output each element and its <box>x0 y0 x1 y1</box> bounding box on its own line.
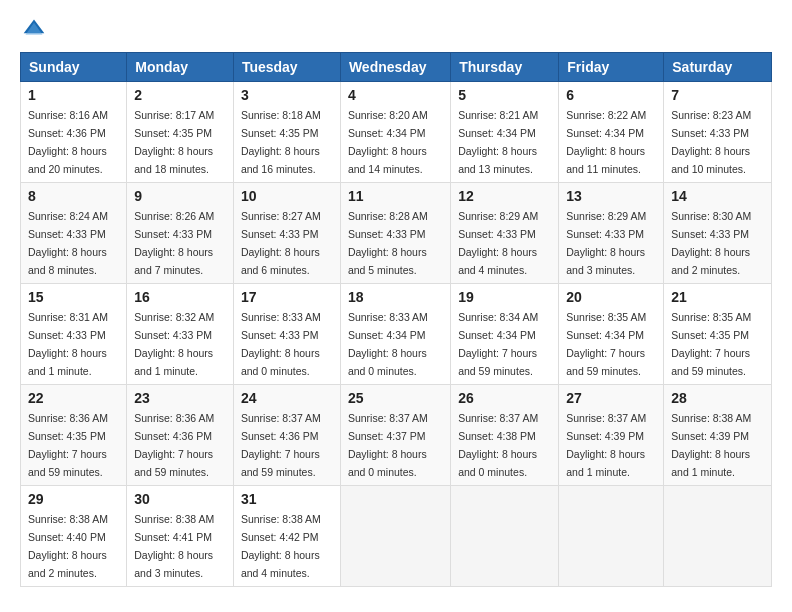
calendar-week-row: 22 Sunrise: 8:36 AMSunset: 4:35 PMDaylig… <box>21 385 772 486</box>
day-info: Sunrise: 8:26 AMSunset: 4:33 PMDaylight:… <box>134 210 214 276</box>
calendar-day-cell: 8 Sunrise: 8:24 AMSunset: 4:33 PMDayligh… <box>21 183 127 284</box>
calendar-day-header: Tuesday <box>233 53 340 82</box>
day-info: Sunrise: 8:36 AMSunset: 4:36 PMDaylight:… <box>134 412 214 478</box>
day-number: 4 <box>348 87 443 103</box>
calendar-week-row: 15 Sunrise: 8:31 AMSunset: 4:33 PMDaylig… <box>21 284 772 385</box>
calendar-day-header: Friday <box>559 53 664 82</box>
calendar-day-cell <box>559 486 664 587</box>
day-info: Sunrise: 8:35 AMSunset: 4:35 PMDaylight:… <box>671 311 751 377</box>
day-number: 18 <box>348 289 443 305</box>
day-number: 1 <box>28 87 119 103</box>
calendar-day-cell: 20 Sunrise: 8:35 AMSunset: 4:34 PMDaylig… <box>559 284 664 385</box>
day-info: Sunrise: 8:30 AMSunset: 4:33 PMDaylight:… <box>671 210 751 276</box>
calendar-day-header: Wednesday <box>340 53 450 82</box>
day-info: Sunrise: 8:29 AMSunset: 4:33 PMDaylight:… <box>566 210 646 276</box>
day-info: Sunrise: 8:18 AMSunset: 4:35 PMDaylight:… <box>241 109 321 175</box>
calendar-day-cell: 19 Sunrise: 8:34 AMSunset: 4:34 PMDaylig… <box>451 284 559 385</box>
day-number: 16 <box>134 289 226 305</box>
calendar-day-cell: 13 Sunrise: 8:29 AMSunset: 4:33 PMDaylig… <box>559 183 664 284</box>
day-number: 30 <box>134 491 226 507</box>
calendar-day-header: Monday <box>127 53 234 82</box>
day-number: 28 <box>671 390 764 406</box>
calendar-day-cell: 24 Sunrise: 8:37 AMSunset: 4:36 PMDaylig… <box>233 385 340 486</box>
day-info: Sunrise: 8:37 AMSunset: 4:36 PMDaylight:… <box>241 412 321 478</box>
day-number: 15 <box>28 289 119 305</box>
calendar-day-cell: 1 Sunrise: 8:16 AMSunset: 4:36 PMDayligh… <box>21 82 127 183</box>
day-number: 3 <box>241 87 333 103</box>
calendar-day-cell <box>451 486 559 587</box>
calendar-day-cell: 29 Sunrise: 8:38 AMSunset: 4:40 PMDaylig… <box>21 486 127 587</box>
day-number: 2 <box>134 87 226 103</box>
calendar-week-row: 29 Sunrise: 8:38 AMSunset: 4:40 PMDaylig… <box>21 486 772 587</box>
calendar-day-cell: 26 Sunrise: 8:37 AMSunset: 4:38 PMDaylig… <box>451 385 559 486</box>
calendar-day-cell: 6 Sunrise: 8:22 AMSunset: 4:34 PMDayligh… <box>559 82 664 183</box>
day-info: Sunrise: 8:20 AMSunset: 4:34 PMDaylight:… <box>348 109 428 175</box>
calendar-day-cell: 23 Sunrise: 8:36 AMSunset: 4:36 PMDaylig… <box>127 385 234 486</box>
day-number: 19 <box>458 289 551 305</box>
day-info: Sunrise: 8:37 AMSunset: 4:37 PMDaylight:… <box>348 412 428 478</box>
page-container: SundayMondayTuesdayWednesdayThursdayFrid… <box>0 0 792 603</box>
calendar-day-cell <box>664 486 772 587</box>
day-info: Sunrise: 8:24 AMSunset: 4:33 PMDaylight:… <box>28 210 108 276</box>
calendar-day-cell: 17 Sunrise: 8:33 AMSunset: 4:33 PMDaylig… <box>233 284 340 385</box>
logo-icon <box>22 16 46 40</box>
calendar-day-cell: 3 Sunrise: 8:18 AMSunset: 4:35 PMDayligh… <box>233 82 340 183</box>
day-number: 31 <box>241 491 333 507</box>
day-number: 14 <box>671 188 764 204</box>
calendar-day-cell: 11 Sunrise: 8:28 AMSunset: 4:33 PMDaylig… <box>340 183 450 284</box>
calendar-day-cell: 25 Sunrise: 8:37 AMSunset: 4:37 PMDaylig… <box>340 385 450 486</box>
day-info: Sunrise: 8:21 AMSunset: 4:34 PMDaylight:… <box>458 109 538 175</box>
calendar-day-cell: 31 Sunrise: 8:38 AMSunset: 4:42 PMDaylig… <box>233 486 340 587</box>
calendar-day-cell: 21 Sunrise: 8:35 AMSunset: 4:35 PMDaylig… <box>664 284 772 385</box>
day-info: Sunrise: 8:22 AMSunset: 4:34 PMDaylight:… <box>566 109 646 175</box>
calendar-day-cell: 16 Sunrise: 8:32 AMSunset: 4:33 PMDaylig… <box>127 284 234 385</box>
logo <box>20 16 46 40</box>
day-info: Sunrise: 8:27 AMSunset: 4:33 PMDaylight:… <box>241 210 321 276</box>
day-info: Sunrise: 8:32 AMSunset: 4:33 PMDaylight:… <box>134 311 214 377</box>
day-info: Sunrise: 8:31 AMSunset: 4:33 PMDaylight:… <box>28 311 108 377</box>
calendar-table: SundayMondayTuesdayWednesdayThursdayFrid… <box>20 52 772 587</box>
day-info: Sunrise: 8:35 AMSunset: 4:34 PMDaylight:… <box>566 311 646 377</box>
day-number: 11 <box>348 188 443 204</box>
calendar-day-cell: 27 Sunrise: 8:37 AMSunset: 4:39 PMDaylig… <box>559 385 664 486</box>
day-number: 17 <box>241 289 333 305</box>
day-number: 22 <box>28 390 119 406</box>
day-number: 27 <box>566 390 656 406</box>
calendar-day-cell: 7 Sunrise: 8:23 AMSunset: 4:33 PMDayligh… <box>664 82 772 183</box>
day-number: 24 <box>241 390 333 406</box>
day-number: 5 <box>458 87 551 103</box>
calendar-day-cell: 18 Sunrise: 8:33 AMSunset: 4:34 PMDaylig… <box>340 284 450 385</box>
day-number: 7 <box>671 87 764 103</box>
day-number: 8 <box>28 188 119 204</box>
day-number: 29 <box>28 491 119 507</box>
calendar-day-cell: 2 Sunrise: 8:17 AMSunset: 4:35 PMDayligh… <box>127 82 234 183</box>
day-info: Sunrise: 8:38 AMSunset: 4:40 PMDaylight:… <box>28 513 108 579</box>
day-number: 26 <box>458 390 551 406</box>
day-number: 6 <box>566 87 656 103</box>
day-info: Sunrise: 8:16 AMSunset: 4:36 PMDaylight:… <box>28 109 108 175</box>
day-info: Sunrise: 8:37 AMSunset: 4:38 PMDaylight:… <box>458 412 538 478</box>
day-number: 20 <box>566 289 656 305</box>
day-number: 25 <box>348 390 443 406</box>
calendar-day-cell: 22 Sunrise: 8:36 AMSunset: 4:35 PMDaylig… <box>21 385 127 486</box>
day-number: 13 <box>566 188 656 204</box>
day-number: 23 <box>134 390 226 406</box>
calendar-day-cell: 14 Sunrise: 8:30 AMSunset: 4:33 PMDaylig… <box>664 183 772 284</box>
day-number: 10 <box>241 188 333 204</box>
day-number: 21 <box>671 289 764 305</box>
calendar-day-header: Sunday <box>21 53 127 82</box>
calendar-day-cell: 30 Sunrise: 8:38 AMSunset: 4:41 PMDaylig… <box>127 486 234 587</box>
calendar-day-cell: 4 Sunrise: 8:20 AMSunset: 4:34 PMDayligh… <box>340 82 450 183</box>
day-number: 9 <box>134 188 226 204</box>
calendar-week-row: 8 Sunrise: 8:24 AMSunset: 4:33 PMDayligh… <box>21 183 772 284</box>
calendar-day-cell: 15 Sunrise: 8:31 AMSunset: 4:33 PMDaylig… <box>21 284 127 385</box>
day-info: Sunrise: 8:37 AMSunset: 4:39 PMDaylight:… <box>566 412 646 478</box>
calendar-day-cell: 9 Sunrise: 8:26 AMSunset: 4:33 PMDayligh… <box>127 183 234 284</box>
day-info: Sunrise: 8:28 AMSunset: 4:33 PMDaylight:… <box>348 210 428 276</box>
day-number: 12 <box>458 188 551 204</box>
day-info: Sunrise: 8:38 AMSunset: 4:39 PMDaylight:… <box>671 412 751 478</box>
calendar-day-cell: 12 Sunrise: 8:29 AMSunset: 4:33 PMDaylig… <box>451 183 559 284</box>
calendar-day-cell: 5 Sunrise: 8:21 AMSunset: 4:34 PMDayligh… <box>451 82 559 183</box>
calendar-day-header: Thursday <box>451 53 559 82</box>
day-info: Sunrise: 8:23 AMSunset: 4:33 PMDaylight:… <box>671 109 751 175</box>
